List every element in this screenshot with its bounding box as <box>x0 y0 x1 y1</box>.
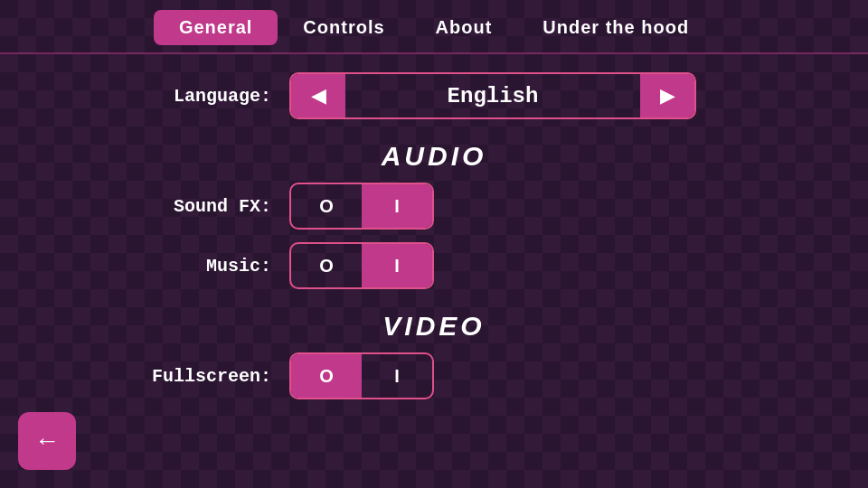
sound-fx-label: Sound FX: <box>90 196 289 217</box>
language-prev-button[interactable]: ◀ <box>291 74 345 117</box>
tab-under-the-hood[interactable]: Under the hood <box>517 10 714 45</box>
language-selector: ◀ English ▶ <box>289 72 696 119</box>
music-toggle[interactable]: O I <box>289 242 434 289</box>
tab-general[interactable]: General <box>154 10 278 45</box>
fullscreen-row: Fullscreen: O I <box>90 352 778 399</box>
nav-divider <box>0 52 868 54</box>
audio-section-header: AUDIO <box>382 141 487 172</box>
video-section-header: VIDEO <box>382 311 485 342</box>
fullscreen-toggle[interactable]: O I <box>289 352 434 399</box>
sound-fx-off-button[interactable]: O <box>291 184 362 228</box>
fullscreen-on-button[interactable]: I <box>362 354 432 398</box>
language-row: Language: ◀ English ▶ <box>90 72 778 119</box>
fullscreen-label: Fullscreen: <box>90 366 289 387</box>
sound-fx-on-button[interactable]: I <box>362 184 432 228</box>
fullscreen-off-button[interactable]: O <box>291 354 362 398</box>
settings-content: Language: ◀ English ▶ AUDIO Sound FX: O … <box>0 63 868 488</box>
music-row: Music: O I <box>90 242 778 289</box>
back-button[interactable]: ← <box>18 412 76 470</box>
language-label: Language: <box>90 86 289 107</box>
nav-bar: General Controls About Under the hood <box>0 0 868 54</box>
language-value: English <box>345 84 640 108</box>
sound-fx-toggle[interactable]: O I <box>289 183 434 230</box>
music-on-button[interactable]: I <box>362 244 432 287</box>
tab-controls[interactable]: Controls <box>278 10 410 45</box>
language-next-button[interactable]: ▶ <box>640 74 694 117</box>
music-off-button[interactable]: O <box>291 244 362 287</box>
tab-about[interactable]: About <box>410 10 518 45</box>
sound-fx-row: Sound FX: O I <box>90 183 778 230</box>
music-label: Music: <box>90 256 289 277</box>
